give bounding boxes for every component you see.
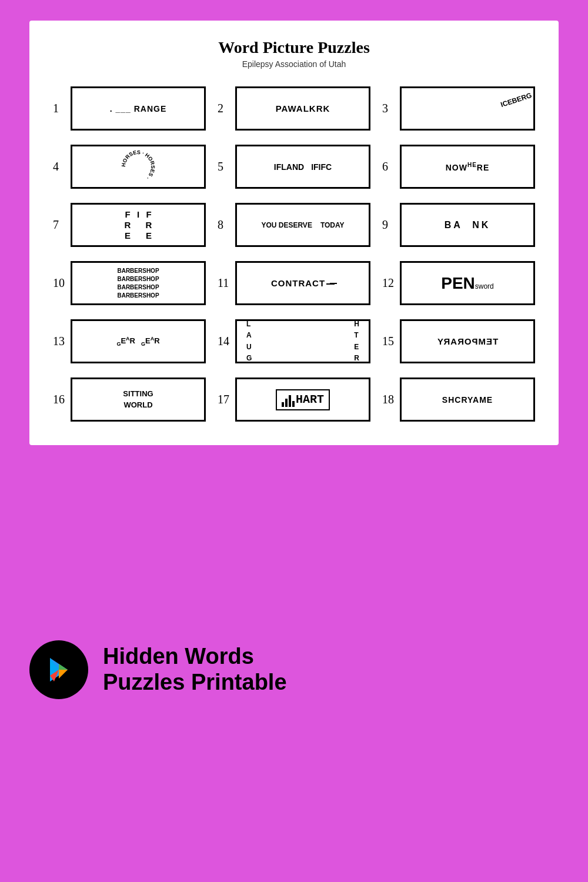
puzzle-content-18: SHCRYAME	[442, 395, 493, 405]
puzzle-number-13: 13	[53, 335, 65, 348]
page-title: Word Picture Puzzles	[53, 38, 535, 57]
puzzle-box-1: . ___ RANGE	[71, 86, 206, 131]
puzzles-grid: 1 . ___ RANGE 2 PAWALKRK 3 ICEBERG 4	[53, 86, 535, 422]
puzzle-content-17: HART	[276, 389, 330, 410]
puzzle-number-17: 17	[218, 393, 229, 406]
puzzle-number-15: 15	[382, 335, 394, 348]
puzzle-14: 14 LAUG HTER	[218, 319, 370, 363]
puzzle-box-2: PAWALKRK	[235, 86, 370, 131]
puzzle-box-7: FIF RR EE	[71, 203, 206, 247]
puzzle-1: 1 . ___ RANGE	[53, 86, 206, 131]
logo-icon	[41, 652, 76, 687]
puzzle-number-1: 1	[53, 102, 65, 115]
puzzle-11: 11 CONTRACT	[218, 261, 370, 305]
puzzle-box-9: BA NK	[400, 203, 535, 247]
puzzle-10: 10 BARBERSHOP BARBERSHOP BARBERSHOP BARB…	[53, 261, 206, 305]
puzzle-box-4: HORSES · HORSES ·	[71, 145, 206, 189]
puzzle-box-8: YOU DESERVE TODAY	[235, 203, 370, 247]
puzzle-number-3: 3	[382, 102, 394, 115]
puzzle-box-6: NOWHERE	[400, 145, 535, 189]
puzzle-3: 3 ICEBERG	[382, 86, 535, 131]
main-card: Word Picture Puzzles Epilepsy Associatio…	[29, 21, 559, 445]
puzzle-content-1: . ___ RANGE	[110, 104, 167, 113]
bottom-text: Hidden Words Puzzles Printable	[103, 644, 287, 695]
svg-text:HORSES · HORSES ·: HORSES · HORSES ·	[121, 149, 156, 181]
puzzle-content-9: BA NK	[445, 220, 491, 230]
logo-circle	[29, 640, 88, 699]
puzzle-content-6: NOWHERE	[446, 162, 490, 172]
puzzle-number-5: 5	[218, 160, 229, 173]
puzzle-content-16: SITTINGWORLD	[123, 389, 153, 410]
puzzle-18: 18 SHCRYAME	[382, 377, 535, 422]
puzzle-content-7: FIF RR EE	[122, 209, 154, 241]
svg-marker-3	[59, 670, 68, 679]
puzzle-number-9: 9	[382, 218, 394, 232]
puzzle-number-11: 11	[218, 276, 229, 290]
puzzle-content-10: BARBERSHOP BARBERSHOP BARBERSHOP BARBERS…	[117, 267, 159, 300]
puzzle-13: 13 GEAR GEAR	[53, 319, 206, 363]
svg-marker-5	[59, 664, 68, 670]
puzzle-content-4: HORSES · HORSES ·	[121, 149, 156, 185]
puzzle-content-12: PENsword	[441, 274, 494, 293]
puzzle-box-14: LAUG HTER	[235, 319, 370, 363]
puzzle-content-3: ICEBERG	[500, 91, 533, 109]
puzzle-number-8: 8	[218, 218, 229, 232]
puzzle-8: 8 YOU DESERVE TODAY	[218, 203, 370, 247]
puzzle-box-16: SITTINGWORLD	[71, 377, 206, 422]
puzzle-4: 4 HORSES · HORSES ·	[53, 145, 206, 189]
puzzle-box-13: GEAR GEAR	[71, 319, 206, 363]
puzzle-number-16: 16	[53, 393, 65, 406]
puzzle-box-3: ICEBERG	[400, 86, 535, 131]
puzzle-12: 12 PENsword	[382, 261, 535, 305]
puzzle-content-2: PAWALKRK	[276, 103, 330, 113]
puzzle-2: 2 PAWALKRK	[218, 86, 370, 131]
page-subtitle: Epilepsy Association of Utah	[53, 59, 535, 69]
puzzle-box-10: BARBERSHOP BARBERSHOP BARBERSHOP BARBERS…	[71, 261, 206, 305]
puzzle-6: 6 NOWHERE	[382, 145, 535, 189]
puzzle-number-10: 10	[53, 276, 65, 290]
puzzle-box-12: PENsword	[400, 261, 535, 305]
puzzle-15: 15 TEMPORARY	[382, 319, 535, 363]
puzzle-content-15: TEMPORARY	[437, 336, 498, 346]
puzzle-number-18: 18	[382, 393, 394, 406]
puzzle-number-12: 12	[382, 276, 394, 290]
puzzle-number-6: 6	[382, 160, 394, 173]
puzzle-box-11: CONTRACT	[235, 261, 370, 305]
puzzle-content-14: LAUG HTER	[240, 319, 365, 363]
bar-chart-icon	[282, 393, 295, 407]
puzzle-box-17: HART	[235, 377, 370, 422]
puzzle-content-8: YOU DESERVE TODAY	[261, 221, 344, 229]
puzzle-17: 17 HART	[218, 377, 370, 422]
puzzle-content-11: CONTRACT	[271, 278, 335, 288]
puzzle-content-5: IFLAND IFIFC	[274, 162, 332, 172]
bottom-section: Hidden Words Puzzles Printable	[0, 457, 588, 882]
puzzle-7: 7 FIF RR EE	[53, 203, 206, 247]
puzzle-content-13: GEAR GEAR	[116, 336, 159, 347]
puzzle-box-5: IFLAND IFIFC	[235, 145, 370, 189]
puzzle-number-4: 4	[53, 160, 65, 173]
puzzle-box-18: SHCRYAME	[400, 377, 535, 422]
puzzle-number-2: 2	[218, 102, 229, 115]
puzzle-9: 9 BA NK	[382, 203, 535, 247]
puzzle-number-14: 14	[218, 335, 229, 348]
puzzle-16: 16 SITTINGWORLD	[53, 377, 206, 422]
puzzle-box-15: TEMPORARY	[400, 319, 535, 363]
puzzle-5: 5 IFLAND IFIFC	[218, 145, 370, 189]
puzzle-number-7: 7	[53, 218, 65, 232]
